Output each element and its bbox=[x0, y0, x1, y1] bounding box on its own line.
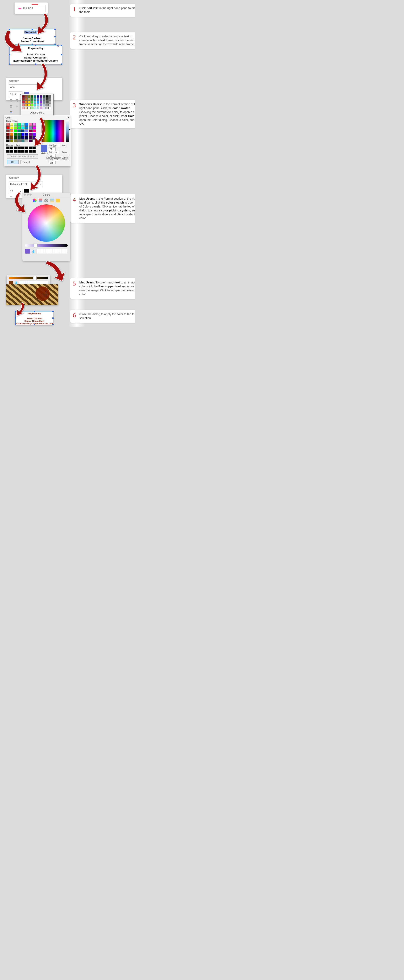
color-cell[interactable] bbox=[28, 95, 30, 98]
image-tab-icon[interactable] bbox=[50, 199, 54, 202]
color-cell[interactable] bbox=[25, 126, 28, 129]
color-cell[interactable] bbox=[18, 123, 21, 126]
color-cell[interactable] bbox=[28, 98, 30, 101]
text-style-icon[interactable]: T bbox=[9, 99, 13, 103]
color-cell[interactable] bbox=[28, 107, 30, 109]
color-cell[interactable] bbox=[18, 129, 21, 132]
color-cell[interactable] bbox=[31, 98, 34, 101]
color-cell[interactable] bbox=[25, 107, 28, 109]
color-cell[interactable] bbox=[25, 95, 28, 98]
color-cell[interactable] bbox=[31, 95, 34, 98]
custom-color-cell[interactable] bbox=[29, 146, 32, 150]
custom-color-cell[interactable] bbox=[18, 146, 21, 150]
slider-knob[interactable] bbox=[34, 243, 37, 248]
traffic-light-icon[interactable] bbox=[24, 194, 26, 196]
color-cell[interactable] bbox=[37, 98, 39, 101]
color-cell[interactable] bbox=[34, 104, 36, 107]
color-cell[interactable] bbox=[10, 140, 13, 142]
color-cell[interactable] bbox=[28, 101, 30, 103]
custom-color-cell[interactable] bbox=[6, 146, 10, 150]
pencils-tab-icon[interactable] bbox=[56, 199, 60, 202]
color-cell[interactable] bbox=[6, 136, 10, 139]
color-cell[interactable] bbox=[48, 98, 51, 101]
color-wells[interactable] bbox=[19, 280, 48, 285]
color-cell[interactable] bbox=[18, 140, 21, 142]
color-cell[interactable] bbox=[25, 133, 28, 136]
color-cell[interactable] bbox=[37, 101, 39, 103]
custom-color-cell[interactable] bbox=[25, 150, 28, 153]
red-input[interactable] bbox=[49, 148, 56, 151]
color-cell[interactable] bbox=[10, 136, 13, 139]
color-cell[interactable] bbox=[37, 107, 39, 109]
text-frame-result[interactable]: Prepared by Jason Carlsen Senior Consult… bbox=[15, 311, 53, 325]
custom-color-cell[interactable] bbox=[25, 146, 28, 150]
color-cell[interactable] bbox=[40, 107, 42, 109]
custom-color-cell[interactable] bbox=[10, 150, 13, 153]
color-cell[interactable] bbox=[45, 104, 48, 107]
color-cell[interactable] bbox=[18, 126, 21, 129]
color-cell[interactable] bbox=[22, 104, 25, 107]
color-cell[interactable] bbox=[14, 129, 17, 132]
hue-input[interactable] bbox=[53, 144, 60, 147]
current-color-well[interactable] bbox=[25, 249, 30, 253]
color-cell[interactable] bbox=[6, 129, 10, 132]
font-size-select[interactable]: 11.52▾ bbox=[9, 92, 22, 97]
color-cell[interactable] bbox=[32, 129, 36, 132]
color-cell[interactable] bbox=[32, 126, 36, 129]
color-cell[interactable] bbox=[43, 98, 45, 101]
color-wells[interactable] bbox=[36, 249, 68, 254]
color-cell[interactable] bbox=[14, 133, 17, 136]
color-cell[interactable] bbox=[34, 107, 36, 109]
current-color-well[interactable] bbox=[9, 281, 13, 285]
color-cell[interactable] bbox=[48, 104, 51, 107]
color-cell[interactable] bbox=[28, 104, 30, 107]
define-custom-button[interactable]: Define Custom Colors >> bbox=[6, 154, 38, 159]
underline-icon[interactable]: T bbox=[15, 196, 19, 200]
slider-knob[interactable] bbox=[33, 276, 37, 280]
color-cell[interactable] bbox=[40, 101, 42, 103]
sat-input[interactable] bbox=[53, 151, 59, 154]
color-cell[interactable] bbox=[32, 123, 36, 126]
color-cell[interactable] bbox=[48, 107, 51, 109]
font-family-select[interactable]: Helvetica LT Std▾ bbox=[9, 181, 43, 187]
luminance-bar[interactable] bbox=[65, 120, 69, 142]
text-style-icon[interactable]: T bbox=[9, 196, 13, 200]
color-cell[interactable] bbox=[25, 104, 28, 107]
blue-input[interactable] bbox=[49, 161, 56, 164]
add-custom-button[interactable]: Add to Custom Colors bbox=[46, 156, 69, 160]
color-cell[interactable] bbox=[14, 126, 17, 129]
color-cell[interactable] bbox=[40, 104, 42, 107]
color-cell[interactable] bbox=[21, 126, 24, 129]
custom-color-cell[interactable] bbox=[29, 150, 32, 153]
color-cell[interactable] bbox=[29, 126, 32, 129]
color-cell[interactable] bbox=[29, 140, 32, 142]
color-wheel[interactable] bbox=[28, 204, 65, 242]
color-cell[interactable] bbox=[31, 104, 34, 107]
color-cell[interactable] bbox=[34, 95, 36, 98]
color-cell[interactable] bbox=[29, 136, 32, 139]
text-frame-back[interactable]: Prepared by Jason Carlsen Senior Consult… bbox=[9, 29, 55, 45]
color-cell[interactable] bbox=[25, 101, 28, 103]
color-cell[interactable] bbox=[14, 140, 17, 142]
color-cell[interactable] bbox=[25, 98, 28, 101]
ok-button[interactable]: OK bbox=[7, 160, 19, 164]
color-cell[interactable] bbox=[6, 133, 10, 136]
close-icon[interactable]: ✕ bbox=[67, 116, 69, 119]
custom-color-cell[interactable] bbox=[6, 150, 10, 153]
custom-color-cell[interactable] bbox=[14, 146, 17, 150]
color-cell[interactable] bbox=[21, 123, 24, 126]
color-cell[interactable] bbox=[37, 95, 39, 98]
edit-pdf-button[interactable]: Edit PDF bbox=[17, 5, 46, 12]
color-cell[interactable] bbox=[34, 98, 36, 101]
color-cell[interactable] bbox=[6, 123, 10, 126]
eyedropper-icon[interactable]: 💧 bbox=[14, 281, 18, 284]
custom-color-cell[interactable] bbox=[21, 150, 24, 153]
color-cell[interactable] bbox=[22, 101, 25, 103]
bullet-list-icon[interactable]: ≣ bbox=[9, 104, 13, 108]
color-cell[interactable] bbox=[32, 136, 36, 139]
color-cell[interactable] bbox=[21, 129, 24, 132]
custom-color-cell[interactable] bbox=[32, 146, 36, 150]
traffic-light-icon[interactable] bbox=[27, 194, 29, 196]
color-cell[interactable] bbox=[18, 133, 21, 136]
brightness-slider[interactable] bbox=[9, 277, 48, 279]
